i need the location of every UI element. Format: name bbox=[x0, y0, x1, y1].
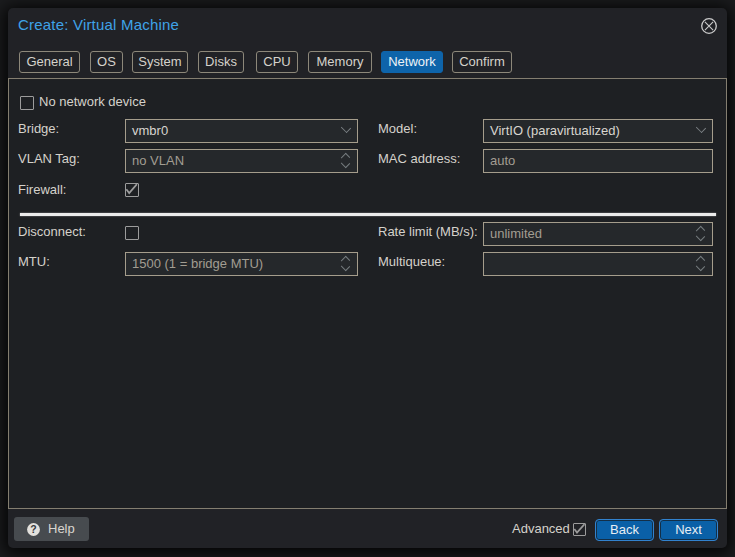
svg-text:?: ? bbox=[30, 523, 36, 535]
